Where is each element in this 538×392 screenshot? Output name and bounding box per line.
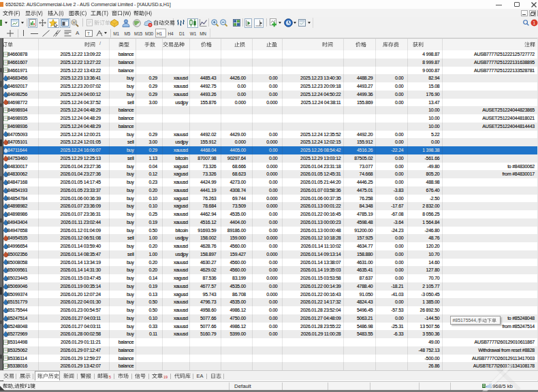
- svg-text:M: M: [73, 20, 76, 24]
- svg-text:T: T: [87, 31, 90, 36]
- svg-text:1: 1: [533, 20, 535, 25]
